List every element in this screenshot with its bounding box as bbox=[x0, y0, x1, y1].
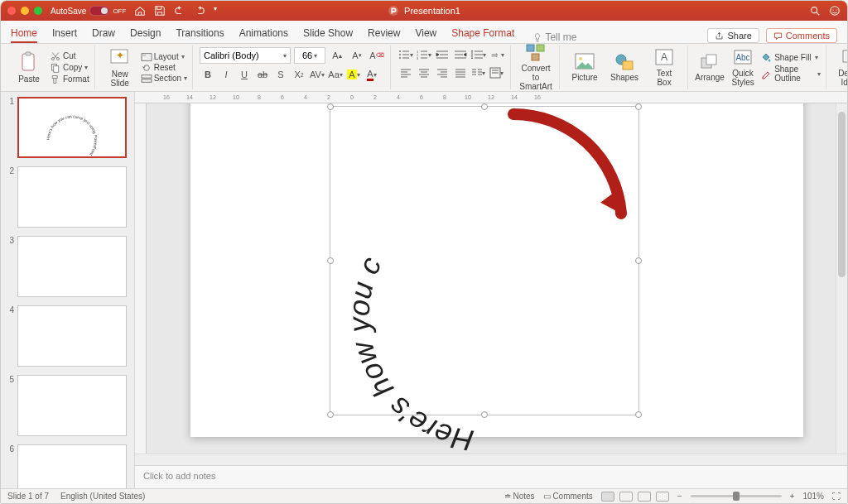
indent-right-button[interactable] bbox=[452, 47, 469, 62]
tab-home[interactable]: Home bbox=[11, 22, 37, 43]
align-text-button[interactable]: ▾ bbox=[489, 65, 505, 80]
cut-button[interactable]: Cut bbox=[51, 51, 89, 61]
slide-thumbnails[interactable]: 1 Here's how you can curve text using Po… bbox=[1, 92, 135, 488]
tab-view[interactable]: View bbox=[415, 22, 436, 43]
new-slide-button[interactable]: ✦ New Slide bbox=[102, 47, 138, 89]
align-center-button[interactable] bbox=[416, 65, 432, 80]
tab-draw[interactable]: Draw bbox=[92, 22, 115, 43]
reading-view-button[interactable] bbox=[638, 492, 651, 502]
numbering-button[interactable]: 123▾ bbox=[416, 47, 432, 62]
shapes-button[interactable]: Shapes bbox=[606, 47, 643, 89]
slide-indicator[interactable]: Slide 1 of 7 bbox=[7, 492, 49, 501]
thumbnail-5[interactable] bbox=[17, 375, 127, 436]
svg-text:Here's how you can curve text : Here's how you can curve text using Powe… bbox=[320, 103, 476, 454]
textbox-button[interactable]: A Text Box bbox=[646, 47, 682, 89]
svg-text:3: 3 bbox=[417, 56, 419, 60]
language-indicator[interactable]: English (United States) bbox=[60, 492, 145, 501]
vertical-scrollbar[interactable] bbox=[836, 103, 847, 454]
clear-formatting-button[interactable]: A⌫ bbox=[369, 48, 385, 63]
autosave-toggle[interactable]: AutoSave OFF bbox=[51, 6, 126, 16]
undo-icon[interactable] bbox=[174, 5, 186, 17]
thumbnail-2[interactable] bbox=[17, 166, 127, 228]
zoom-out-button[interactable]: − bbox=[677, 492, 682, 501]
comments-toggle[interactable]: ▭ Comments bbox=[543, 492, 593, 501]
arrange-icon bbox=[700, 53, 720, 71]
svg-point-39 bbox=[768, 60, 771, 62]
emoji-icon[interactable] bbox=[829, 5, 841, 17]
bullets-button[interactable]: ▾ bbox=[398, 47, 414, 62]
char-spacing-button[interactable]: AV▾ bbox=[309, 67, 325, 82]
notes-toggle[interactable]: ≐ Notes bbox=[504, 492, 535, 501]
reset-button[interactable]: Reset bbox=[142, 63, 187, 72]
fullscreen-window-button[interactable] bbox=[34, 7, 42, 15]
text-direction-button[interactable]: ⥤▾ bbox=[489, 47, 505, 62]
notes-pane[interactable]: Click to add notes bbox=[135, 465, 847, 488]
quick-styles-button[interactable]: Abc Quick Styles bbox=[728, 47, 758, 89]
slideshow-view-button[interactable] bbox=[656, 492, 669, 502]
shape-fill-button[interactable]: Shape Fill▾ bbox=[761, 52, 821, 62]
align-right-button[interactable] bbox=[434, 65, 450, 80]
zoom-level[interactable]: 101% bbox=[802, 492, 824, 501]
design-ideas-button[interactable]: Design Ideas bbox=[833, 47, 847, 89]
thumbnail-1[interactable]: Here's how you can curve text using Powe… bbox=[17, 97, 127, 158]
tab-transitions[interactable]: Transitions bbox=[176, 22, 224, 43]
section-button[interactable]: Section▾ bbox=[142, 74, 187, 83]
bulb-icon bbox=[532, 32, 542, 42]
fit-to-window-button[interactable]: ⛶ bbox=[832, 492, 841, 501]
tell-me[interactable]: Tell me bbox=[532, 31, 576, 43]
tab-animations[interactable]: Animations bbox=[239, 22, 288, 43]
decrease-font-button[interactable]: A▾ bbox=[349, 48, 365, 63]
font-color-button[interactable]: A▾ bbox=[364, 67, 380, 82]
zoom-slider[interactable] bbox=[691, 495, 782, 497]
share-button[interactable]: Share bbox=[707, 28, 759, 43]
tab-review[interactable]: Review bbox=[368, 22, 400, 43]
underline-button[interactable]: U bbox=[236, 67, 253, 82]
indent-left-button[interactable] bbox=[434, 47, 450, 62]
increase-font-button[interactable]: A▴ bbox=[329, 48, 345, 63]
zoom-in-button[interactable]: + bbox=[790, 492, 795, 501]
svg-point-20 bbox=[399, 57, 401, 59]
search-icon[interactable] bbox=[809, 5, 821, 17]
copy-button[interactable]: Copy▾ bbox=[51, 63, 89, 73]
save-icon[interactable] bbox=[154, 5, 166, 17]
thumbnail-3[interactable] bbox=[17, 236, 127, 297]
change-case-button[interactable]: Aa▾ bbox=[327, 67, 344, 82]
tab-design[interactable]: Design bbox=[130, 22, 161, 43]
justify-button[interactable] bbox=[452, 65, 469, 80]
slide[interactable]: Here's how you can curve text using Powe… bbox=[190, 103, 803, 437]
align-left-button[interactable] bbox=[398, 65, 414, 80]
shadow-button[interactable]: S bbox=[272, 67, 289, 82]
canvas[interactable]: Here's how you can curve text using Powe… bbox=[147, 103, 847, 454]
columns-button[interactable]: ▾ bbox=[470, 65, 487, 80]
tab-shape-format[interactable]: Shape Format bbox=[451, 22, 514, 43]
format-painter-button[interactable]: Format bbox=[51, 74, 89, 84]
font-size-select[interactable]: 66▾ bbox=[294, 47, 325, 64]
subscript-button[interactable]: X2 bbox=[291, 67, 307, 82]
highlight-button[interactable]: A▾ bbox=[345, 67, 362, 82]
paste-button[interactable]: Paste bbox=[11, 47, 47, 89]
horizontal-scrollbar[interactable] bbox=[135, 454, 847, 465]
minimize-window-button[interactable] bbox=[21, 7, 29, 15]
bold-button[interactable]: B bbox=[200, 67, 216, 82]
shape-outline-button[interactable]: Shape Outline▾ bbox=[761, 65, 821, 83]
normal-view-button[interactable] bbox=[601, 492, 614, 502]
convert-smartart-button[interactable]: Convert to SmartArt bbox=[518, 47, 554, 89]
line-spacing-button[interactable]: ▾ bbox=[470, 47, 487, 62]
tab-slideshow[interactable]: Slide Show bbox=[303, 22, 353, 43]
thumbnail-6[interactable] bbox=[17, 444, 127, 488]
layout-button[interactable]: Layout▾ bbox=[142, 52, 187, 61]
redo-icon[interactable] bbox=[194, 5, 205, 17]
qat-more[interactable]: ▾ bbox=[214, 5, 217, 17]
comments-button[interactable]: Comments bbox=[766, 28, 837, 43]
sorter-view-button[interactable] bbox=[619, 492, 633, 502]
font-name-select[interactable]: Calibri (Body)▾ bbox=[200, 47, 291, 64]
strike-button[interactable]: ab bbox=[254, 67, 271, 82]
picture-button[interactable]: Picture bbox=[566, 47, 603, 89]
tab-insert[interactable]: Insert bbox=[52, 22, 77, 43]
arrange-button[interactable]: Arrange bbox=[695, 47, 725, 89]
thumbnail-4[interactable] bbox=[17, 305, 127, 367]
svg-point-2 bbox=[831, 7, 840, 16]
home-icon[interactable] bbox=[134, 5, 146, 17]
close-window-button[interactable] bbox=[7, 7, 16, 15]
italic-button[interactable]: I bbox=[218, 67, 234, 82]
